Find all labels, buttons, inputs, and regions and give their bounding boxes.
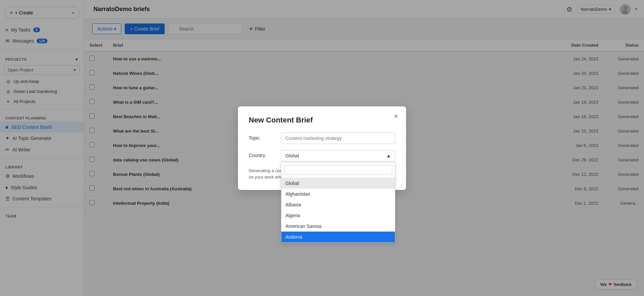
country-select-wrapper: Global ▲ GlobalAfghanistanAlbaniaAlgeria… xyxy=(281,150,395,161)
country-chevron-icon: ▲ xyxy=(386,153,391,158)
country-row: Country Global ▲ GlobalAfghanistanAlbani… xyxy=(249,150,395,161)
country-label: Country xyxy=(249,150,276,158)
country-search-input[interactable] xyxy=(284,165,392,175)
topic-label: Topic xyxy=(249,133,276,141)
topic-input[interactable] xyxy=(281,133,395,144)
country-list: GlobalAfghanistanAlbaniaAlgeriaAmerican … xyxy=(281,178,395,242)
country-option[interactable]: American Samoa xyxy=(281,221,395,232)
modal-overlay: × New Content Brief Topic Country Global… xyxy=(0,0,644,296)
country-option[interactable]: Algeria xyxy=(281,210,395,221)
topic-row: Topic xyxy=(249,133,395,144)
country-option[interactable]: Andorra xyxy=(281,232,395,242)
country-selected-value: Global xyxy=(285,153,299,158)
country-option[interactable]: Afghanistan xyxy=(281,189,395,199)
modal-close-button[interactable]: × xyxy=(391,112,401,121)
country-option[interactable]: Albania xyxy=(281,199,395,210)
country-select-display[interactable]: Global ▲ xyxy=(281,150,395,161)
modal-title: New Content Brief xyxy=(249,116,395,125)
new-content-brief-modal: × New Content Brief Topic Country Global… xyxy=(238,106,406,190)
country-search-area xyxy=(281,162,395,178)
country-option[interactable]: Global xyxy=(281,178,395,189)
country-dropdown: GlobalAfghanistanAlbaniaAlgeriaAmerican … xyxy=(281,162,395,243)
